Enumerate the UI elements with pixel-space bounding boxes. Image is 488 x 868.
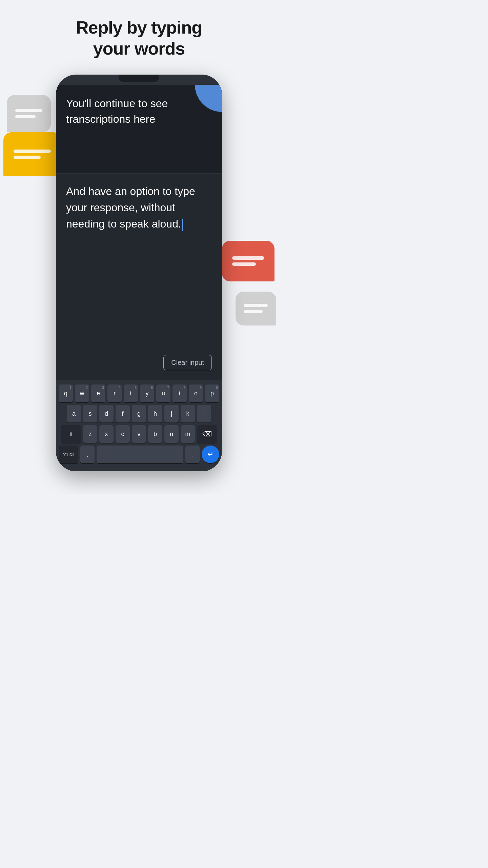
key-f[interactable]: f bbox=[116, 405, 130, 422]
typing-area[interactable]: And have an option to type your response… bbox=[56, 174, 222, 380]
key-v[interactable]: v bbox=[132, 425, 146, 443]
phone-notch bbox=[119, 75, 159, 82]
key-k[interactable]: k bbox=[181, 405, 195, 422]
key-num-switch[interactable]: ?123 bbox=[59, 446, 78, 463]
bubble-gray-bottom-right bbox=[236, 292, 276, 326]
key-y[interactable]: 6y bbox=[140, 384, 154, 402]
key-backspace[interactable]: ⌫ bbox=[197, 425, 217, 443]
key-p[interactable]: 0p bbox=[205, 384, 219, 402]
key-d[interactable]: d bbox=[99, 405, 114, 422]
typing-text: And have an option to type your response… bbox=[66, 183, 212, 355]
key-s[interactable]: s bbox=[83, 405, 97, 422]
key-b[interactable]: b bbox=[148, 425, 162, 443]
key-x[interactable]: x bbox=[99, 425, 114, 443]
bubble-gray-top bbox=[7, 95, 51, 132]
transcription-area: You'll continue to see transcriptions he… bbox=[56, 85, 222, 173]
key-c[interactable]: c bbox=[116, 425, 130, 443]
keyboard-row-2: a s d f g h j k l bbox=[59, 405, 219, 422]
page-title: Reply by typing your words bbox=[0, 0, 278, 59]
key-return[interactable]: ↵ bbox=[202, 446, 219, 463]
transcription-text: You'll continue to see transcriptions he… bbox=[66, 96, 212, 127]
key-n[interactable]: n bbox=[164, 425, 179, 443]
key-t[interactable]: 5t bbox=[124, 384, 138, 402]
key-w[interactable]: 2w bbox=[75, 384, 89, 402]
key-o[interactable]: 9o bbox=[189, 384, 203, 402]
key-space[interactable] bbox=[97, 446, 183, 463]
text-cursor bbox=[182, 219, 183, 231]
key-m[interactable]: m bbox=[181, 425, 195, 443]
key-l[interactable]: l bbox=[197, 405, 211, 422]
bubble-red bbox=[222, 241, 274, 281]
key-j[interactable]: j bbox=[164, 405, 179, 422]
key-a[interactable]: a bbox=[67, 405, 81, 422]
key-shift[interactable]: ⇧ bbox=[61, 425, 81, 443]
bubble-yellow bbox=[3, 132, 61, 176]
keyboard-row-3: ⇧ z x c v b n m ⌫ bbox=[59, 425, 219, 443]
phone-device: You'll continue to see transcriptions he… bbox=[56, 75, 222, 471]
phone-screen: You'll continue to see transcriptions he… bbox=[56, 85, 222, 471]
keyboard-row-4: ?123 , . ↵ bbox=[59, 446, 219, 463]
keyboard-row-1: 1q 2w 3e 4r 5t 6y 7u 8i 9o 0p bbox=[59, 384, 219, 402]
key-h[interactable]: h bbox=[148, 405, 162, 422]
key-i[interactable]: 8i bbox=[172, 384, 187, 402]
key-q[interactable]: 1q bbox=[59, 384, 73, 402]
clear-input-button[interactable]: Clear input bbox=[163, 355, 212, 370]
key-g[interactable]: g bbox=[132, 405, 146, 422]
key-comma[interactable]: , bbox=[80, 446, 95, 463]
key-e[interactable]: 3e bbox=[91, 384, 105, 402]
key-u[interactable]: 7u bbox=[156, 384, 170, 402]
keyboard: 1q 2w 3e 4r 5t 6y 7u 8i 9o 0p a s d f g … bbox=[56, 380, 222, 471]
key-z[interactable]: z bbox=[83, 425, 97, 443]
key-period[interactable]: . bbox=[185, 446, 200, 463]
key-r[interactable]: 4r bbox=[107, 384, 122, 402]
